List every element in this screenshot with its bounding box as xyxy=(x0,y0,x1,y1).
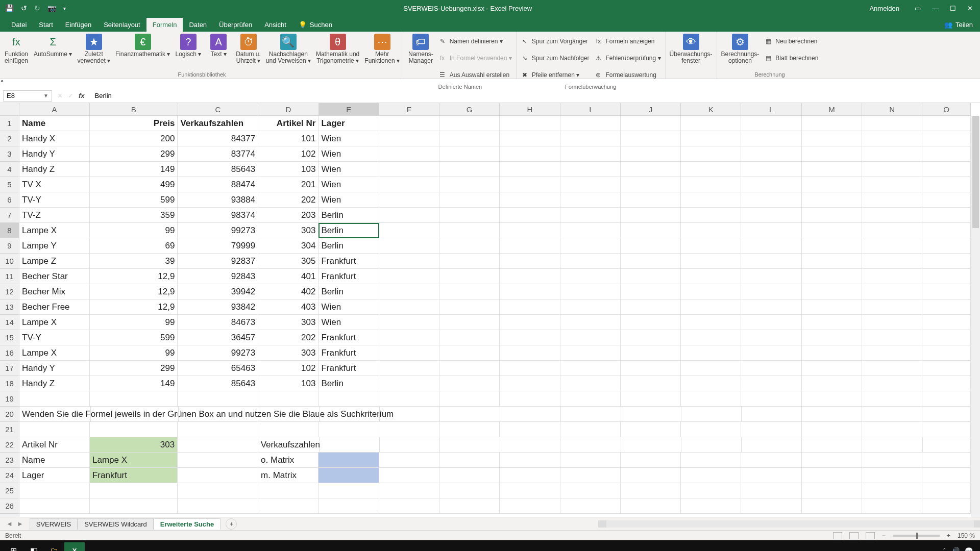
cell[interactable] xyxy=(500,345,560,361)
save-icon[interactable]: 💾 xyxy=(5,4,14,12)
file-explorer-button[interactable]: 🗂 xyxy=(44,542,64,551)
cell[interactable]: Wien xyxy=(318,146,379,162)
cell[interactable] xyxy=(741,391,801,407)
cell[interactable]: 201 xyxy=(258,177,318,192)
column-header-B[interactable]: B xyxy=(90,103,178,115)
cell[interactable]: Becher Mix xyxy=(19,284,90,299)
cell[interactable] xyxy=(621,330,681,345)
page-layout-view-button[interactable] xyxy=(849,532,859,539)
cell[interactable] xyxy=(681,131,741,146)
cell[interactable] xyxy=(439,453,500,468)
cell[interactable] xyxy=(621,453,681,468)
cell[interactable] xyxy=(681,330,741,345)
cell[interactable]: Wien xyxy=(318,315,379,330)
cell[interactable]: Lager xyxy=(318,116,379,131)
cell[interactable]: Lager xyxy=(19,468,90,483)
cell[interactable] xyxy=(500,483,560,498)
cell[interactable] xyxy=(560,299,621,315)
cell[interactable]: 103 xyxy=(258,376,318,391)
watch-window-button[interactable]: 👁 Überwachungs- fenster xyxy=(670,34,713,64)
row-header-10[interactable]: 10 xyxy=(0,254,19,269)
cell[interactable] xyxy=(741,330,801,345)
cell[interactable] xyxy=(560,376,621,391)
cell[interactable] xyxy=(862,483,922,498)
sheet-nav-next-icon[interactable]: ► xyxy=(17,520,23,528)
cell[interactable] xyxy=(862,238,922,254)
cell[interactable] xyxy=(802,345,862,361)
cell[interactable] xyxy=(681,238,741,254)
cell[interactable] xyxy=(802,407,862,422)
cell[interactable] xyxy=(862,330,922,345)
cell[interactable] xyxy=(862,223,922,238)
cell[interactable] xyxy=(439,483,500,498)
names-manager-button[interactable]: 🏷 Namens- Manager xyxy=(408,34,433,64)
cell[interactable] xyxy=(500,437,560,453)
column-header-F[interactable]: F xyxy=(379,103,439,115)
column-header-M[interactable]: M xyxy=(802,103,862,115)
cell[interactable] xyxy=(500,422,560,437)
maximize-icon[interactable]: ☐ xyxy=(950,5,956,12)
cell[interactable] xyxy=(560,483,621,498)
cell[interactable] xyxy=(500,407,560,422)
cell[interactable] xyxy=(320,437,380,453)
cell[interactable] xyxy=(500,361,560,376)
cell[interactable] xyxy=(681,315,741,330)
cell[interactable] xyxy=(862,131,922,146)
cell[interactable] xyxy=(178,437,258,453)
cell[interactable]: Wenden Sie die Formel jeweils in der Grü… xyxy=(19,407,91,422)
row-header-13[interactable]: 13 xyxy=(0,299,19,315)
cell[interactable]: 299 xyxy=(90,146,178,162)
blatt-berechnen-button[interactable]: ▤Blatt berechnen xyxy=(764,51,818,66)
cell[interactable] xyxy=(922,131,971,146)
cell[interactable] xyxy=(178,483,258,498)
cell[interactable]: 85643 xyxy=(178,376,258,391)
enter-formula-icon[interactable]: ✓ xyxy=(68,92,74,99)
cell[interactable] xyxy=(681,146,741,162)
cell[interactable]: Wien xyxy=(318,299,379,315)
cell[interactable] xyxy=(379,238,439,254)
ribbon-tab-datei[interactable]: Datei xyxy=(5,18,33,32)
cell[interactable] xyxy=(90,422,178,437)
cell[interactable]: 599 xyxy=(90,192,178,208)
cell[interactable] xyxy=(500,269,560,284)
cell[interactable] xyxy=(862,453,922,468)
cell[interactable] xyxy=(862,116,922,131)
cell[interactable] xyxy=(560,498,621,514)
datum-uhrzeit-button[interactable]: ⏱Datum u. Uhrzeit ▾ xyxy=(236,34,261,64)
cell[interactable] xyxy=(681,177,741,192)
cell[interactable] xyxy=(621,238,681,254)
cell[interactable] xyxy=(258,422,318,437)
cell[interactable]: 305 xyxy=(258,254,318,269)
cell[interactable] xyxy=(741,376,801,391)
cell[interactable] xyxy=(439,116,500,131)
ribbon-tab-formeln[interactable]: Formeln xyxy=(146,18,183,32)
spur-nachfolger-button[interactable]: ↘Spur zum Nachfolger xyxy=(521,51,590,66)
cell[interactable] xyxy=(560,192,621,208)
cell[interactable] xyxy=(258,498,318,514)
cell[interactable]: Frankfurt xyxy=(318,361,379,376)
cell[interactable] xyxy=(500,116,560,131)
cell[interactable] xyxy=(439,315,500,330)
task-view-button[interactable]: ◧ xyxy=(23,542,44,551)
row-header-8[interactable]: 8 xyxy=(0,223,19,238)
share-button[interactable]: 👥 Teilen xyxy=(937,18,980,32)
cell[interactable]: 84673 xyxy=(178,315,258,330)
cell[interactable] xyxy=(742,407,802,422)
cell[interactable]: 202 xyxy=(258,192,318,208)
cell[interactable] xyxy=(560,146,621,162)
cell[interactable] xyxy=(560,422,621,437)
cell[interactable] xyxy=(500,177,560,192)
cell[interactable] xyxy=(500,453,560,468)
column-header-C[interactable]: C xyxy=(178,103,259,115)
cell[interactable] xyxy=(439,284,500,299)
cell[interactable] xyxy=(741,238,801,254)
cell[interactable]: 101 xyxy=(258,131,318,146)
cell[interactable]: Lampe Y xyxy=(19,238,90,254)
cell[interactable] xyxy=(862,468,922,483)
cell[interactable] xyxy=(178,498,258,514)
neu-berechnen-button[interactable]: ▦Neu berechnen xyxy=(764,34,818,49)
cell[interactable] xyxy=(802,269,862,284)
cell[interactable]: 303 xyxy=(258,315,318,330)
horizontal-scrollbar[interactable] xyxy=(237,520,980,528)
cell[interactable] xyxy=(500,330,560,345)
